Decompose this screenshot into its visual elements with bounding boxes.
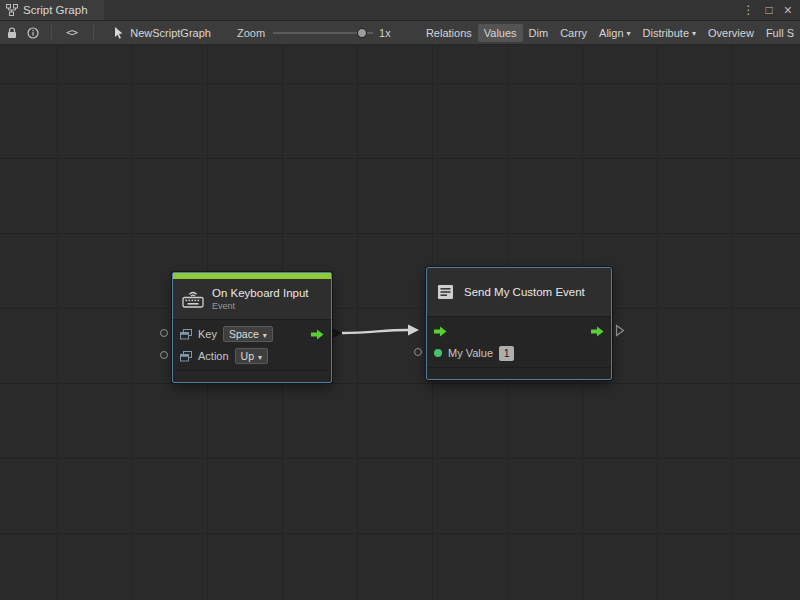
connection-wire [0,45,800,600]
toolbar: <> NewScriptGraph Zoom 1x Relations Valu… [0,21,800,45]
port-row-my-value: My Value 1 [427,342,611,364]
maximize-icon[interactable]: □ [766,4,773,16]
chevron-down-icon: ▾ [692,29,696,38]
flow-port-row [427,320,611,342]
flow-output-port[interactable] [311,329,324,340]
node-subtitle: Event [212,301,309,311]
fullscreen-button[interactable]: Full S [760,24,800,42]
my-value-input-port[interactable] [414,348,422,356]
custom-event-icon [436,283,456,301]
info-icon[interactable] [27,27,39,39]
chevron-down-icon: ▾ [258,353,262,362]
port-row-key: Key Space ▾ [173,323,331,345]
zoom-slider-knob[interactable] [357,28,367,38]
zoom-value: 1x [379,27,391,39]
node-title: On Keyboard Input [212,287,309,299]
value-port-dot[interactable] [434,349,442,357]
window-controls: ⋮ □ × [743,0,800,20]
graph-icon [6,4,18,16]
action-dropdown[interactable]: Up ▾ [235,348,268,364]
node-send-my-custom-event[interactable]: Send My Custom Event My Value 1 [426,267,612,380]
window-titlebar: Script Graph ⋮ □ × [0,0,800,21]
distribute-dropdown-button[interactable]: Distribute ▾ [637,24,702,42]
align-dropdown-button[interactable]: Align ▾ [593,24,636,42]
graph-name-label: NewScriptGraph [130,27,211,39]
event-output-port[interactable] [615,324,625,337]
keyboard-icon [182,291,204,308]
tab-script-graph[interactable]: Script Graph [0,0,104,20]
node-header-send-event[interactable]: Send My Custom Event [427,268,611,316]
titlebar-spacer [104,0,743,20]
node-header-keyboard[interactable]: On Keyboard Input Event [173,279,331,319]
node-on-keyboard-input[interactable]: On Keyboard Input Event Key Space ▾ [172,272,332,383]
port-row-action: Action Up ▾ [173,345,331,367]
value-type-icon [180,351,192,362]
lock-icon[interactable] [7,27,17,39]
key-input-port[interactable] [160,329,168,337]
node-titles: On Keyboard Input Event [212,287,309,311]
node-footer [427,367,611,379]
carry-button[interactable]: Carry [554,24,593,42]
port-label-key: Key [198,328,217,340]
toolbar-separator [93,25,94,40]
port-label-my-value: My Value [448,347,493,359]
green-arrow-icon [434,326,447,337]
values-button[interactable]: Values [478,24,523,42]
graph-canvas[interactable]: On Keyboard Input Event Key Space ▾ [0,45,800,600]
toolbar-separator [51,25,52,40]
node-body: My Value 1 [427,316,611,379]
node-titles: Send My Custom Event [464,286,585,298]
pointer-icon [114,27,124,39]
zoom-slider[interactable] [273,26,373,40]
action-input-port[interactable] [160,351,168,359]
close-icon[interactable]: × [784,3,792,17]
green-arrow-icon [311,329,324,340]
node-footer [173,370,331,382]
node-body: Key Space ▾ Action [173,319,331,382]
my-value-input[interactable]: 1 [499,346,514,361]
hollow-triangle-icon [615,324,625,337]
chevron-down-icon: ▾ [263,331,267,340]
port-label-action: Action [198,350,229,362]
menu-kebab-icon[interactable]: ⋮ [743,4,755,16]
chevron-down-icon: ▾ [627,29,631,38]
dim-button[interactable]: Dim [523,24,555,42]
key-dropdown[interactable]: Space ▾ [223,326,273,342]
node-title: Send My Custom Event [464,286,585,298]
flow-output-port[interactable] [591,326,604,337]
tab-title: Script Graph [23,4,88,16]
value-type-icon [180,329,192,340]
green-arrow-icon [591,326,604,337]
code-icon[interactable]: <> [66,26,77,39]
relations-button[interactable]: Relations [420,24,478,42]
overview-button[interactable]: Overview [702,24,760,42]
flow-input-port[interactable] [434,326,447,337]
graph-reference[interactable]: NewScriptGraph [114,27,211,39]
zoom-label: Zoom [237,27,265,39]
